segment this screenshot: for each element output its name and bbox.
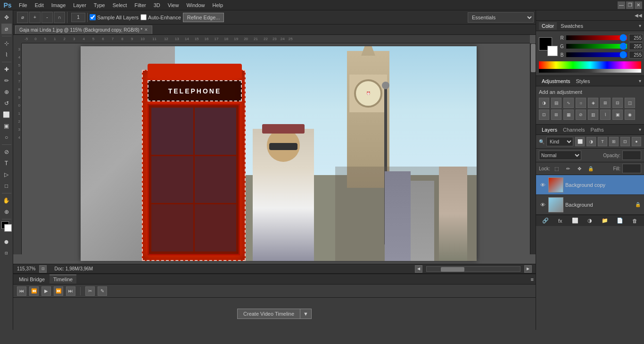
create-video-timeline-button[interactable]: Create Video Timeline [237,309,300,319]
b-value[interactable]: 255 [629,51,643,59]
black-white-btn[interactable]: ◫ [625,98,635,108]
delete-layer-button[interactable]: 🗑 [630,217,639,225]
zoom-tool[interactable]: ⊕ [1,207,12,217]
h-scroll-thumb[interactable] [441,267,464,272]
background-swatch[interactable] [547,46,558,56]
filter-toggle[interactable]: ● [632,137,641,146]
color-swatches-preview[interactable] [539,37,558,56]
mini-bridge-tab[interactable]: Mini Bridge [15,275,49,284]
channels-tab[interactable]: Channels [560,126,587,134]
bottom-panel-menu[interactable]: ≡ [531,277,534,282]
canvas[interactable]: TELEPHONE [81,46,477,261]
layer-visibility-eye[interactable]: 👁 [539,181,546,189]
menu-window[interactable]: Window [182,1,208,9]
vibrance-btn[interactable]: ◈ [588,98,598,108]
menu-edit[interactable]: Edit [31,1,48,9]
timeline-tab[interactable]: Timeline [50,275,76,284]
workspace[interactable]: TELEPHONE [22,43,536,264]
add-adjustment-layer-button[interactable]: ◑ [585,217,594,225]
layer-row-background-copy[interactable]: 👁 Background copy [536,175,644,195]
close-button[interactable]: ✕ [635,1,642,9]
filter-shape-btn[interactable]: ⊞ [609,137,619,146]
r-slider[interactable] [566,35,627,40]
layers-expand[interactable]: ▾ [639,127,641,132]
hand-tool[interactable]: ✋ [1,195,12,206]
hsl-btn[interactable]: ⊞ [600,98,611,108]
tab-close-button[interactable]: ✕ [144,27,148,32]
menu-select[interactable]: Select [109,1,131,9]
selection-subtract-btn[interactable]: - [41,12,53,23]
g-value[interactable]: 255 [629,42,643,50]
crop-tool[interactable]: ⊹ [1,38,12,49]
color-spectrum-brightness[interactable] [539,69,641,73]
add-layer-button[interactable]: 📄 [615,217,625,225]
color-balance-btn[interactable]: ⊟ [612,98,623,108]
clone-tool[interactable]: ⊕ [1,87,12,97]
lock-all-btn[interactable]: 🔒 [586,164,595,173]
sample-all-layers-checkbox[interactable] [90,14,96,20]
posterize-btn[interactable]: ▥ [588,109,598,120]
invert-btn[interactable]: ⊘ [576,109,586,120]
go-to-start-button[interactable]: ⏮ [17,286,26,296]
cut-button[interactable]: ✂ [85,286,95,296]
move-tool[interactable]: ✥ [1,12,12,23]
zoom-fit-button[interactable]: ⊡ [39,265,47,273]
r-value[interactable]: 255 [629,34,643,42]
menu-view[interactable]: View [164,1,183,9]
layers-tab[interactable]: Layers [539,126,560,134]
dodge-tool[interactable]: ○ [1,132,12,143]
shape-tool[interactable]: □ [1,181,12,191]
color-lookup-btn[interactable]: ▦ [563,109,574,120]
b-slider[interactable] [566,52,627,57]
minimize-button[interactable]: — [618,1,625,9]
refine-edge-button[interactable]: Refine Edge... [183,13,224,22]
type-tool[interactable]: T [1,158,12,168]
blend-mode-select[interactable]: Normal [539,151,581,160]
workspace-select[interactable]: Essentials [468,12,534,23]
draw-button[interactable]: ✎ [98,286,107,296]
menu-image[interactable]: Image [48,1,70,9]
color-spectrum[interactable] [539,61,641,69]
add-link-button[interactable]: 🔗 [541,217,550,225]
menu-type[interactable]: Type [90,1,109,9]
brightness-contrast-btn[interactable]: ◑ [539,98,549,108]
layer-visibility-eye-bg[interactable]: 👁 [539,201,546,209]
document-tab[interactable]: Gaja mai Linda 1.jpg @ 115% (Background … [15,25,152,34]
auto-enhance-label[interactable]: Auto-Enhance [140,14,181,20]
prev-button[interactable]: ◀ [415,265,422,273]
quick-mask-mode[interactable]: ⬤ [1,236,12,247]
add-mask-button[interactable]: ⬜ [570,217,580,225]
eyedropper-tool[interactable]: ⌇ [1,50,12,60]
lock-position-btn[interactable]: ✥ [575,164,584,173]
horizontal-scrollbar[interactable] [426,266,520,272]
paths-tab[interactable]: Paths [588,126,607,134]
brush-tool[interactable]: ✏ [1,76,12,86]
menu-help[interactable]: Help [209,1,227,9]
threshold-btn[interactable]: ⌇ [600,109,611,120]
styles-tab[interactable]: Styles [573,77,593,85]
selection-tool-btn[interactable]: ⌀ [17,12,28,23]
filter-adj-btn[interactable]: ◑ [586,137,596,146]
vertical-scrollbar[interactable] [530,43,536,254]
layer-row-background[interactable]: 👁 Background 🔒 [536,195,644,215]
filter-pixel-btn[interactable]: ⬜ [575,137,585,146]
curves-btn[interactable]: ∿ [563,98,574,108]
photo-filter-btn[interactable]: ⊡ [539,109,549,120]
swatches-tab[interactable]: Swatches [558,22,586,30]
pen-tool[interactable]: ⊘ [1,147,12,157]
maximize-button[interactable]: ❐ [626,1,634,9]
layer-filter-select[interactable]: Kind [546,137,573,146]
step-back-button[interactable]: ⏪ [29,286,39,296]
opacity-input[interactable]: 100% [622,151,641,160]
gradient-map-btn[interactable]: ▣ [612,109,623,120]
next-button[interactable]: ▶ [524,265,532,273]
foreground-background-colors[interactable] [1,221,12,232]
g-slider[interactable] [566,44,627,49]
path-select-tool[interactable]: ▷ [1,169,12,180]
menu-3d[interactable]: 3D [150,1,164,9]
fill-input[interactable]: 100% [622,164,641,173]
screen-mode[interactable]: ⊡ [1,248,12,258]
sample-all-layers-label[interactable]: Sample All Layers [90,14,139,20]
selective-color-btn[interactable]: ◉ [625,109,635,120]
exposure-btn[interactable]: ☼ [576,98,586,108]
